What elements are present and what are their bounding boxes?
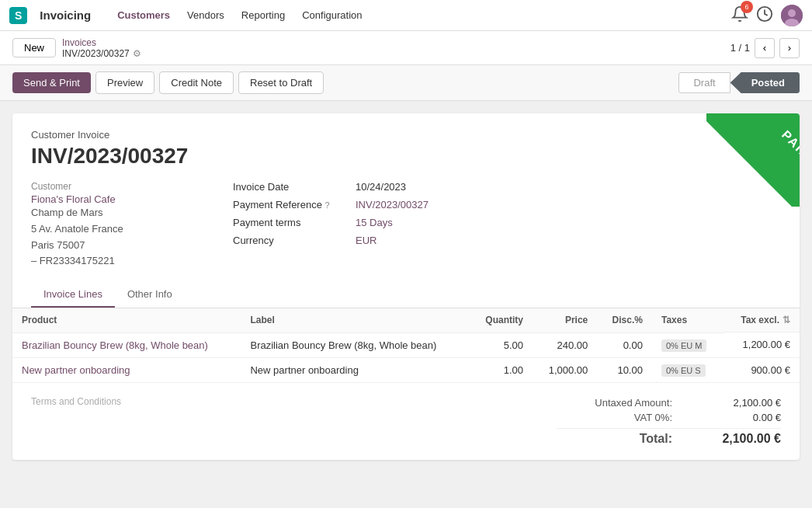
nav-customers[interactable]: Customers (109, 6, 178, 24)
untaxed-label: Untaxed Amount: (556, 397, 672, 409)
reorder-icon[interactable]: ⇅ (783, 315, 790, 325)
product-link-2[interactable]: New partner onboarding (22, 364, 130, 376)
invoice-type: Customer Invoice (31, 129, 781, 141)
row2-disc: 10.00 (597, 357, 652, 382)
topbar-right: 6 (731, 5, 803, 26)
terms-section: Terms and Conditions (31, 395, 540, 447)
customer-name[interactable]: Fiona's Floral Cafe (31, 193, 202, 205)
preview-button[interactable]: Preview (95, 71, 154, 94)
pagination-next[interactable]: › (779, 38, 800, 58)
pagination: 1 / 1 ‹ › (730, 38, 800, 58)
main-nav: Customers Vendors Reporting Configuratio… (109, 6, 370, 24)
col-label: Label (241, 308, 469, 332)
col-quantity: Quantity (470, 308, 533, 332)
currency-value[interactable]: EUR (356, 235, 377, 246)
row2-tax: 0% EU S (652, 357, 724, 382)
total-label: Total: (556, 432, 672, 446)
row2-label: New partner onboarding (241, 357, 469, 382)
invoice-tabs: Invoice Lines Other Info (12, 282, 800, 308)
field-payment-terms: Payment terms 15 Days (233, 217, 528, 228)
invoice-date-value[interactable]: 10/24/2023 (356, 181, 406, 193)
vat-label: VAT 0%: (556, 412, 672, 423)
pagination-prev[interactable]: ‹ (755, 38, 775, 58)
tab-other-info[interactable]: Other Info (115, 282, 185, 308)
table-row: Brazilian Bouncy Brew (8kg, Whole bean) … (12, 332, 800, 357)
nav-reporting[interactable]: Reporting (234, 6, 293, 24)
pagination-info: 1 / 1 (730, 42, 750, 54)
field-invoice-date: Invoice Date 10/24/2023 (233, 181, 528, 193)
breadcrumb-current: INV/2023/00327 ⚙ (62, 48, 141, 59)
payment-ref-help-icon: ? (325, 200, 330, 210)
addr-line1: Champ de Mars (31, 205, 202, 221)
invoice-fields: Invoice Date 10/24/2023 Payment Referenc… (233, 181, 528, 270)
svg-point-2 (788, 9, 796, 17)
row1-tax: 0% EU M (652, 332, 724, 357)
payment-ref-value[interactable]: INV/2023/00327 (356, 199, 429, 211)
breadcrumb-parent[interactable]: Invoices (62, 37, 141, 48)
row2-price: 1,000.00 (533, 357, 597, 382)
status-posted[interactable]: Posted (730, 72, 800, 93)
col-disc: Disc.% (597, 308, 652, 332)
row2-qty: 1.00 (470, 357, 533, 382)
invoice-meta: Customer Fiona's Floral Cafe Champ de Ma… (31, 181, 781, 270)
row1-price: 240.00 (533, 332, 597, 357)
clock-icon[interactable] (756, 5, 773, 25)
vat-value: 0.00 € (703, 412, 781, 423)
new-button[interactable]: New (12, 38, 56, 57)
invoice-header: Customer Invoice INV/2023/00327 Customer… (12, 113, 800, 282)
user-avatar[interactable] (781, 5, 803, 26)
col-tax-excl: Tax excl. ⇅ (724, 308, 800, 332)
tab-invoice-lines[interactable]: Invoice Lines (31, 282, 115, 308)
col-product: Product (12, 308, 241, 332)
reset-to-draft-button[interactable]: Reset to Draft (238, 71, 324, 94)
invoice-number: INV/2023/00327 (31, 144, 781, 169)
breadcrumb: Invoices INV/2023/00327 ⚙ (62, 37, 141, 59)
field-currency: Currency EUR (233, 235, 528, 246)
notification-badge: 6 (741, 1, 753, 13)
col-price: Price (533, 308, 597, 332)
action-bar: Send & Print Preview Credit Note Reset t… (0, 65, 812, 101)
addr-line4: – FR23334175221 (31, 253, 202, 270)
notifications-icon[interactable]: 6 (731, 5, 748, 25)
product-link-1[interactable]: Brazilian Bouncy Brew (8kg, Whole bean) (22, 339, 208, 351)
vat-row: VAT 0%: 0.00 € (556, 410, 781, 425)
addr-line3: Paris 75007 (31, 238, 202, 254)
row1-taxexcl: 1,200.00 € (724, 332, 800, 357)
nav-configuration[interactable]: Configuration (294, 6, 370, 24)
status-bar: Draft Posted (678, 72, 800, 93)
terms-label: Terms and Conditions (31, 396, 121, 407)
send-print-button[interactable]: Send & Print (12, 72, 91, 93)
untaxed-amount-row: Untaxed Amount: 2,100.00 € (556, 395, 781, 410)
field-payment-ref: Payment Reference ? INV/2023/00327 (233, 199, 528, 211)
customer-address: Champ de Mars 5 Av. Anatole France Paris… (31, 205, 202, 270)
table-row: New partner onboarding New partner onboa… (12, 357, 800, 382)
app-logo: S (9, 7, 27, 24)
payment-terms-value[interactable]: 15 Days (356, 217, 393, 228)
invoice-table: Product Label Quantity Price Disc.% Taxe… (12, 308, 800, 383)
row1-label: Brazilian Bouncy Brew (8kg, Whole bean) (241, 332, 469, 357)
row1-qty: 5.00 (470, 332, 533, 357)
nav-vendors[interactable]: Vendors (179, 6, 232, 24)
col-taxes: Taxes (652, 308, 724, 332)
total-value: 2,100.00 € (703, 432, 781, 446)
customer-label: Customer (31, 181, 202, 192)
row2-taxexcl: 900.00 € (724, 357, 800, 382)
invoice-main: PAID Customer Invoice INV/2023/00327 Cus… (12, 113, 800, 460)
untaxed-value: 2,100.00 € (703, 397, 781, 409)
settings-gear-icon[interactable]: ⚙ (133, 48, 141, 59)
invoice-footer: Terms and Conditions Untaxed Amount: 2,1… (12, 383, 800, 460)
topbar: S Invoicing Customers Vendors Reporting … (0, 0, 812, 31)
customer-section: Customer Fiona's Floral Cafe Champ de Ma… (31, 181, 202, 270)
totals-section: Untaxed Amount: 2,100.00 € VAT 0%: 0.00 … (556, 395, 781, 447)
breadcrumb-bar: New Invoices INV/2023/00327 ⚙ 1 / 1 ‹ › (0, 31, 812, 65)
app-name: Invoicing (40, 9, 91, 22)
status-draft[interactable]: Draft (678, 72, 730, 93)
total-row: Total: 2,100.00 € (556, 428, 781, 447)
credit-note-button[interactable]: Credit Note (159, 71, 234, 94)
addr-line2: 5 Av. Anatole France (31, 221, 202, 238)
row1-disc: 0.00 (597, 332, 652, 357)
